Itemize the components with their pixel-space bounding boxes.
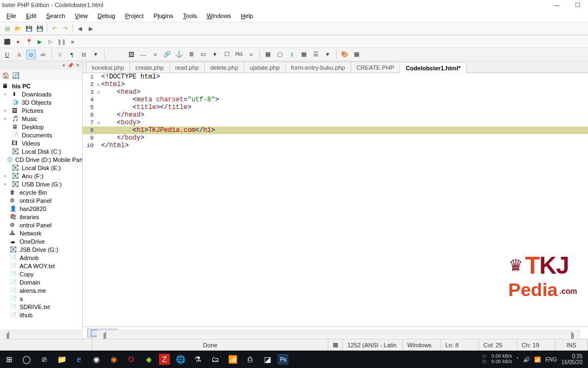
pre-icon[interactable]: PRE [234,50,244,59]
menu-plugins[interactable]: Plugins [149,11,177,20]
menu-file[interactable]: File [2,11,21,20]
menu-project[interactable]: Project [121,11,148,20]
debug-marker-icon[interactable]: 📍 [24,37,34,46]
table-icon[interactable]: ▦ [263,50,273,59]
list-icon[interactable]: ≡ [246,50,256,59]
code-line[interactable]: 5 <title></title> [83,104,588,111]
tree-item[interactable]: ▸💽USB Drive (G:) [0,180,82,188]
minimize-button[interactable]: — [549,2,565,9]
tree-item[interactable]: 🖧Network [0,229,82,237]
tree-root[interactable]: 🖥 his PC [0,82,82,90]
redo-icon[interactable]: ↷ [60,23,70,33]
comment-icon[interactable]: // [55,50,65,59]
lang-indicator[interactable]: ENG [545,357,557,363]
taskview-icon[interactable]: ⎚ [37,352,51,366]
paragraph-icon[interactable]: ¶ [67,50,77,59]
save-icon[interactable]: 💾 [24,23,34,33]
tree-item[interactable]: 📄ACA WOY.txt [0,262,82,270]
explorer-icon[interactable]: 📁 [54,352,69,366]
tree-item[interactable]: ▸💽Anu (F:) [0,172,82,180]
clock[interactable]: 0:35 16/05/20 [561,353,583,365]
editor-tab[interactable]: delete.php [204,62,244,73]
app3-icon[interactable]: 📶 [225,352,240,366]
tree-item[interactable]: ▸🖼Pictures [0,106,82,114]
select-icon[interactable]: ▾ [210,50,220,59]
androidstudio-icon[interactable]: ◆ [142,352,156,366]
refresh-icon[interactable]: 🔄 [12,71,20,79]
style-icon[interactable]: ▦ [299,50,309,59]
tree-item[interactable]: 👤han20820 [0,204,82,213]
tree-item[interactable]: 📄a [0,294,82,303]
undo-icon[interactable]: ↶ [50,23,59,33]
editor-scrollbar-h[interactable] [97,330,580,337]
tray-up-icon[interactable]: ˄ [516,357,519,363]
div-icon[interactable]: ▭ [198,50,208,59]
app5-icon[interactable]: ◪ [260,352,274,366]
menu-help[interactable]: Help [236,11,258,20]
code-line[interactable]: 10</html> [83,142,588,149]
tree-item[interactable]: 📄akena.me [0,286,82,294]
globe-icon[interactable]: 🌐 [173,352,187,366]
frame-icon[interactable]: ▢ [275,50,285,59]
form-icon[interactable]: ☐ [222,50,232,59]
maximize-button[interactable]: ☐ [569,2,586,9]
editor-tab[interactable]: form-entry-buku.php [285,62,351,73]
run-icon[interactable]: ▶ [35,37,45,46]
tree-item[interactable]: 💽JSB Drive (G:) [0,245,82,254]
heading-more-icon[interactable]: ▾ [91,50,101,59]
open-file-icon[interactable]: 📂 [13,23,23,33]
menu-edit[interactable]: Edit [22,11,41,20]
underline-icon[interactable]: U [2,50,12,59]
menu-debug[interactable]: Debug [93,11,119,20]
step-icon[interactable]: ▷ [46,37,56,46]
menu-search[interactable]: Search [42,11,70,20]
menu-windows[interactable]: Windows [203,11,236,20]
nbsp-icon[interactable]: nb [38,50,48,59]
tree-item[interactable]: 🖥Desktop [0,123,82,131]
palette-icon[interactable]: ▦ [352,50,362,59]
code-editor[interactable]: 1<!DOCTYPE html>2⊟<html>3⊟ <head>4 <meta… [83,73,588,327]
code-line[interactable]: 1<!DOCTYPE html> [83,73,588,81]
editor-tab[interactable]: read.php [169,62,205,73]
save-all-icon[interactable]: 💾 [35,23,45,33]
more-icon[interactable]: ▾ [323,50,333,59]
heading-icon[interactable]: H [79,50,89,59]
tree-item[interactable]: 🗑ecycle Bin [0,188,82,196]
align-center-icon[interactable]: ≣ [186,50,196,59]
code-line[interactable]: 8 <h1>TKJPedia.com</h1> [83,126,588,134]
new-file-icon[interactable]: ▤ [2,23,12,33]
menu-tools[interactable]: Tools [179,11,201,20]
hr-icon[interactable]: — [138,50,148,59]
code-line[interactable]: 3⊟ <head> [83,88,588,96]
close-panel-icon[interactable]: ✕ [76,63,80,68]
font-color-icon[interactable]: A [14,50,24,59]
bookmark-next-icon[interactable]: ▶ [86,23,96,33]
tree-item[interactable]: 📄Domain [0,278,82,286]
editor-tab[interactable]: create.php [130,62,170,73]
highlight-icon[interactable]: ☺ [26,50,36,59]
pin2-icon[interactable]: 📌 [68,63,74,68]
editor-tab[interactable]: update.php [244,62,286,73]
colorwheel-icon[interactable]: 🎨 [340,50,350,59]
code-line[interactable]: 7⊟ <body> [83,119,588,126]
tree-item[interactable]: 📚ibraries [0,213,82,221]
file-tree[interactable]: 🖥 his PC ▸⬇Downloads🧊3D Objects▸🖼Picture… [0,81,82,339]
breakpoint-toggle-icon[interactable]: ● [13,37,23,46]
pause-icon[interactable]: ❚❚ [57,37,66,46]
start-button[interactable]: ⊞ [2,352,16,366]
tree-item[interactable]: ⚙ontrol Panel [0,221,82,229]
tree-item[interactable]: 💿CD Drive (D:) Mobile Partner [0,155,82,164]
anchor-icon[interactable]: ⚓ [174,50,184,59]
breakpoints-icon[interactable]: ⬛ [2,37,12,46]
image-icon[interactable]: 🖼 [126,50,136,59]
code-line[interactable]: 2⊟<html> [83,81,588,88]
code-line[interactable]: 6 </head> [83,111,588,119]
bookmark-prev-icon[interactable]: ◀ [75,23,85,33]
tree-item[interactable]: 🎞Videos [0,139,82,147]
firefox-icon[interactable]: ◉ [107,352,121,366]
tree-item[interactable]: 🧊3D Objects [0,98,82,106]
home-icon[interactable]: 🏠 [2,71,10,79]
tree-item[interactable]: 📄Admob [0,254,82,262]
tree-item[interactable]: ▸🎵Music [0,114,82,123]
edge-icon[interactable]: e [72,352,86,366]
